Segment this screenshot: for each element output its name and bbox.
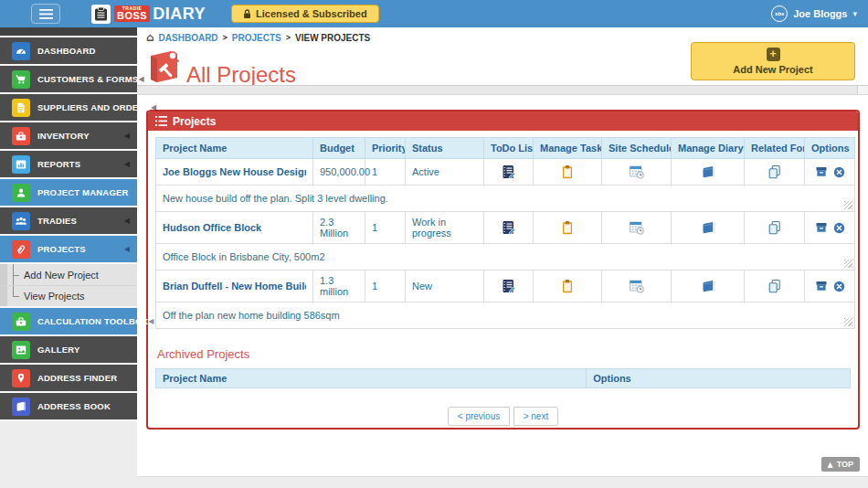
submenu-view-projects[interactable]: View Projects: [0, 285, 137, 306]
manage-tasks-icon[interactable]: [559, 278, 576, 294]
sidebar-item-label: REPORTS: [37, 159, 80, 169]
sidebar-item-suppliers-orders[interactable]: SUPPLIERS AND ORDERS ◀: [0, 94, 137, 122]
collapse-arrow-icon: ◀: [124, 160, 130, 168]
table-row: Hudson Office Block 2.3 Million 1 Work i…: [156, 212, 855, 244]
app-logo[interactable]: TRADIE BOSS DIARY: [91, 5, 206, 24]
collapse-arrow-icon: ◀: [124, 245, 130, 253]
delete-icon[interactable]: [832, 221, 846, 235]
sidebar-item-address-book[interactable]: ADDRESS BOOK: [0, 393, 137, 421]
document-icon: [12, 99, 30, 117]
todo-list-icon[interactable]: [501, 219, 517, 236]
manage-diary-icon[interactable]: [700, 278, 716, 294]
hamburger-menu-button[interactable]: [31, 4, 60, 24]
top-bar: TRADIE BOSS DIARY Licensed & Subscribed …: [0, 0, 868, 27]
collapse-arrow-icon: ◀: [124, 132, 130, 140]
manage-tasks-icon[interactable]: [559, 164, 576, 180]
related-forms-icon[interactable]: [767, 219, 783, 236]
sidebar-item-label: PROJECTS: [37, 244, 86, 254]
resize-grip-icon[interactable]: [844, 201, 852, 209]
sidebar-item-customers-forms[interactable]: CUSTOMERS & FORMS ◀: [0, 66, 137, 94]
sidebar-item-calculation-toolbox[interactable]: CALCULATION TOOLBOX ◀: [0, 308, 137, 336]
delete-icon[interactable]: [832, 165, 846, 179]
sidebar-item-label: SUPPLIERS AND ORDERS: [37, 102, 151, 112]
horizontal-scrollbar[interactable]: [137, 85, 868, 95]
description-row: Off the plan new home building 586sqm: [156, 302, 855, 329]
priority-cell: 1: [365, 212, 406, 244]
lock-icon: [243, 9, 251, 19]
sidebar-item-label: CUSTOMERS & FORMS: [37, 74, 138, 84]
collapse-arrow-icon: ◀: [151, 103, 156, 111]
col-site-schedule: Site Schedule: [602, 138, 672, 159]
person-icon: [12, 184, 30, 202]
project-description[interactable]: Office Block in Brisbane City, 500m2: [156, 244, 855, 271]
project-description[interactable]: New house build off the plan. Split 3 le…: [156, 186, 855, 212]
col-manage-diary: Manage Diary: [672, 138, 745, 159]
manage-diary-icon[interactable]: [700, 219, 716, 236]
submenu-add-new-project[interactable]: Add New Project: [0, 264, 137, 285]
projects-panel-header: Projects: [148, 111, 858, 131]
delete-icon[interactable]: [832, 280, 846, 293]
map-pin-icon: [12, 369, 30, 387]
page-title: All Projects: [186, 62, 296, 88]
breadcrumb-projects[interactable]: PROJECTS: [232, 33, 281, 43]
project-name-link[interactable]: Joe Bloggs New House Design: [163, 166, 306, 177]
related-forms-icon[interactable]: [767, 278, 783, 294]
project-description[interactable]: Off the plan new home building 586sqm: [156, 302, 855, 329]
sidebar-item-address-finder[interactable]: ADDRESS FINDER: [0, 365, 137, 393]
site-schedule-icon[interactable]: [629, 219, 645, 236]
project-name-link[interactable]: Brian Duffell - New Home Building: [163, 281, 306, 292]
archive-icon[interactable]: [814, 220, 829, 235]
sidebar-item-label: ADDRESS BOOK: [37, 401, 111, 411]
license-status-button[interactable]: Licensed & Subscribed: [231, 5, 379, 23]
sidebar-item-reports[interactable]: REPORTS ◀: [0, 151, 137, 179]
status-cell: New: [406, 271, 484, 302]
archive-icon[interactable]: [814, 164, 829, 179]
sidebar-item-project-manager[interactable]: PROJECT MANAGER: [0, 179, 137, 207]
table-row: Brian Duffell - New Home Building 1.3 mi…: [156, 271, 855, 302]
sidebar-item-gallery[interactable]: GALLERY: [0, 336, 137, 365]
sidebar-item-inventory[interactable]: INVENTORY ◀: [0, 122, 137, 151]
related-forms-icon[interactable]: [767, 164, 783, 180]
resize-grip-icon[interactable]: [844, 318, 852, 326]
projects-panel-body: Project Name Budget Priority Status ToDo…: [148, 131, 858, 432]
next-page-button[interactable]: > next: [513, 407, 559, 426]
col-budget: Budget: [313, 138, 365, 159]
project-name-link[interactable]: Hudson Office Block: [163, 222, 306, 233]
user-menu[interactable]: sbs Joe Bloggs ▾: [771, 5, 857, 22]
todo-list-icon[interactable]: [501, 278, 517, 294]
site-schedule-icon[interactable]: [629, 164, 645, 180]
resize-grip-icon[interactable]: [844, 260, 852, 268]
site-schedule-icon[interactable]: [629, 278, 645, 294]
add-new-project-label: Add New Project: [733, 64, 812, 75]
previous-page-button[interactable]: < previous: [448, 407, 510, 426]
sidebar-item-label: CALCULATION TOOLBOX: [37, 316, 148, 326]
collapse-arrow-icon: ◀: [138, 75, 143, 83]
calculator-toolbox-icon: [12, 313, 30, 331]
breadcrumb-current: VIEW PROJECTS: [295, 33, 370, 43]
people-icon: [12, 212, 30, 230]
col-project-name: Project Name: [156, 138, 313, 159]
app-root: TRADIE BOSS DIARY Licensed & Subscribed …: [0, 0, 868, 488]
archived-col-project-name: Project Name: [156, 369, 587, 388]
col-priority: Priority: [365, 138, 406, 159]
table-header-row: Project Name Budget Priority Status ToDo…: [156, 138, 855, 159]
breadcrumb-separator: >: [286, 33, 291, 42]
sidebar-item-tradies[interactable]: TRADIES ◀: [0, 207, 137, 236]
manage-tasks-icon[interactable]: [559, 219, 576, 236]
manage-diary-icon[interactable]: [700, 164, 716, 180]
panel-title: Projects: [173, 115, 216, 128]
col-manage-tasks: Manage Tasks: [534, 138, 602, 159]
breadcrumb-dashboard[interactable]: DASHBOARD: [159, 33, 218, 43]
toolbox-icon: [12, 127, 30, 145]
archive-icon[interactable]: [814, 279, 829, 293]
scroll-to-top-button[interactable]: ▲ TOP: [821, 457, 861, 472]
add-new-project-button[interactable]: + Add New Project: [691, 42, 855, 80]
user-name: Joe Bloggs: [793, 8, 847, 19]
bottom-strip: [137, 476, 868, 488]
paperclip-icon: [12, 240, 30, 259]
address-book-icon: [12, 398, 30, 416]
sidebar-item-projects[interactable]: PROJECTS ◀: [0, 236, 137, 264]
status-cell: Active: [406, 159, 484, 186]
sidebar-item-dashboard[interactable]: DASHBOARD: [0, 37, 137, 66]
todo-list-icon[interactable]: [501, 164, 517, 180]
